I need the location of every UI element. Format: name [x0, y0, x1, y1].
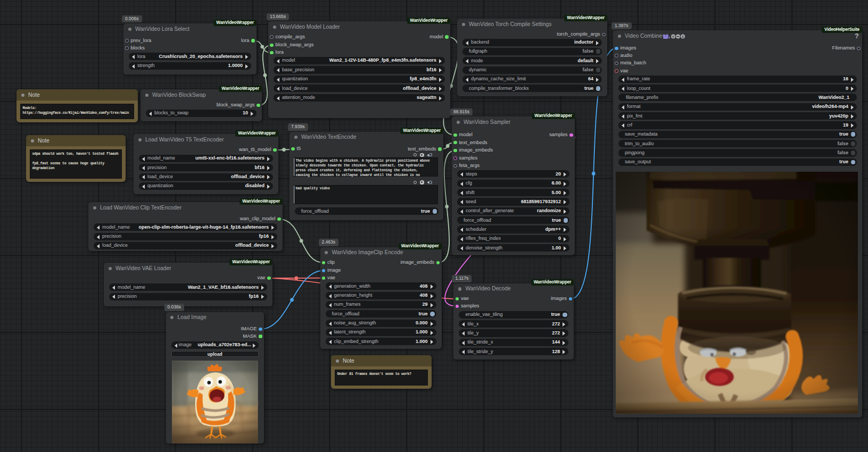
svg-text:V: V [672, 35, 674, 38]
svg-text:S: S [682, 35, 684, 38]
